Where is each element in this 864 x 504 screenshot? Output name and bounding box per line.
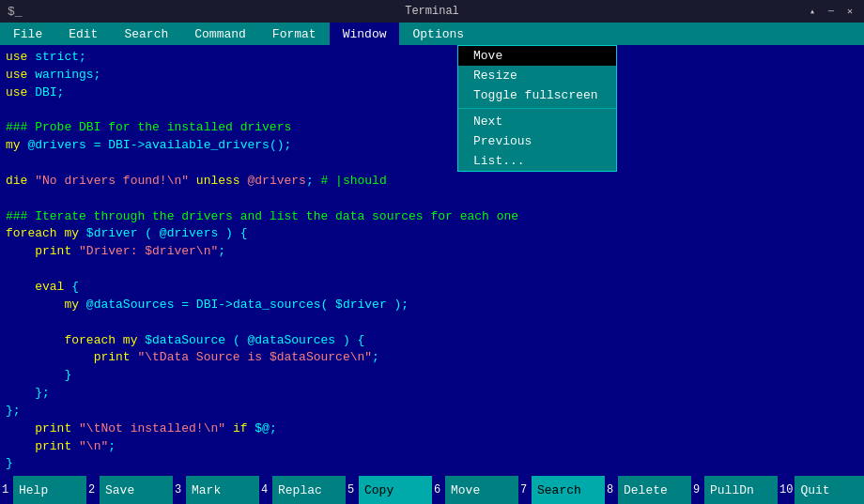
fkey-label-quit: Quit [795,476,864,504]
menu-file[interactable]: File [0,23,55,45]
fkey-move[interactable]: 6 Move [432,476,518,504]
menu-window[interactable]: Window [330,23,400,45]
menubar: File Edit Search Command Format Window O… [0,23,864,45]
fkey-label-delete: Delete [618,476,691,504]
terminal-content: use strict; use warnings; use DBI; ### P… [0,45,864,476]
code-line [6,314,858,332]
titlebar: $_ Terminal ▴ ─ ✕ [0,0,864,23]
code-line: eval { [6,279,858,297]
fkey-label-save: Save [100,476,173,504]
code-line: die "No drivers found!\n" unless @driver… [6,173,858,191]
function-key-bar: 1 Help 2 Save 3 Mark 4 Replac 5 Copy 6 M… [0,476,864,504]
fkey-label-help: Help [13,476,86,504]
fkey-label-pulldn: PullDn [704,476,778,504]
code-line: use warnings; [6,67,858,84]
minimize-button[interactable]: ▴ [806,5,819,18]
window-controls[interactable]: ▴ ─ ✕ [806,5,856,18]
fkey-mark[interactable]: 3 Mark [173,476,259,504]
menu-item-move[interactable]: Move [458,46,616,66]
fkey-label-move: Move [445,476,518,504]
fkey-num-9: 9 [691,476,704,504]
fkey-help[interactable]: 1 Help [0,476,86,504]
code-line [6,191,858,208]
code-line: }; [6,385,858,403]
fkey-copy[interactable]: 5 Copy [346,476,432,504]
fkey-label-replac: Replac [272,476,346,504]
fkey-label-search: Search [532,476,605,504]
fkey-num-8: 8 [605,476,618,504]
fkey-replac[interactable]: 4 Replac [259,476,346,504]
fkey-num-10: 10 [778,476,795,504]
fkey-label-copy: Copy [359,476,432,504]
fkey-num-2: 2 [86,476,100,504]
code-line: }; [6,403,858,420]
window-title: Terminal [405,5,459,18]
code-line: print "\tData Source is $dataSource\n"; [6,349,858,367]
code-line [6,155,858,173]
fkey-num-6: 6 [432,476,445,504]
menu-item-next[interactable]: Next [458,112,616,131]
code-line: foreach my $driver ( @drivers ) { [6,225,858,243]
code-line: print "\tNot installed!\n" if $@; [6,420,858,438]
code-line: my @drivers = DBI->available_drivers(); [6,137,858,155]
menu-item-toggle-fullscreen[interactable]: Toggle fullscreen [458,85,616,105]
fkey-save[interactable]: 2 Save [86,476,173,504]
menu-command[interactable]: Command [181,23,259,45]
menu-edit[interactable]: Edit [55,23,111,45]
fkey-search[interactable]: 7 Search [518,476,605,504]
code-line: print "Driver: $driver\n"; [6,243,858,261]
fkey-label-mark: Mark [186,476,259,504]
code-line [6,261,858,279]
close-button[interactable]: ✕ [843,5,856,18]
code-line: } [6,455,858,473]
code-line: ### Probe DBI for the installed drivers [6,119,858,137]
menu-search[interactable]: Search [111,23,181,45]
code-line: } [6,367,858,385]
menu-item-previous[interactable]: Previous [458,131,616,151]
terminal-prompt: $_ [8,5,23,19]
maximize-button[interactable]: ─ [825,5,838,18]
fkey-num-5: 5 [346,476,359,504]
fkey-quit[interactable]: 10 Quit [778,476,864,504]
code-line: ### Iterate through the drivers and list… [6,208,858,226]
code-line [6,102,858,120]
fkey-num-1: 1 [0,476,13,504]
menu-options[interactable]: Options [399,23,477,45]
code-line: my @dataSources = DBI->data_sources( $dr… [6,297,858,314]
fkey-pulldn[interactable]: 9 PullDn [691,476,778,504]
code-line: foreach my $dataSource ( @dataSources ) … [6,332,858,350]
menu-item-list[interactable]: List... [458,151,616,171]
code-line: print "\n"; [6,438,858,456]
fkey-num-4: 4 [259,476,272,504]
menu-divider [458,108,616,109]
menu-item-resize[interactable]: Resize [458,66,616,85]
window-dropdown-menu[interactable]: Move Resize Toggle fullscreen Next Previ… [457,45,617,172]
menu-format[interactable]: Format [259,23,330,45]
fkey-delete[interactable]: 8 Delete [605,476,691,504]
fkey-num-7: 7 [518,476,532,504]
code-line: use strict; [6,49,858,67]
fkey-num-3: 3 [173,476,186,504]
code-line: use DBI; [6,84,858,102]
